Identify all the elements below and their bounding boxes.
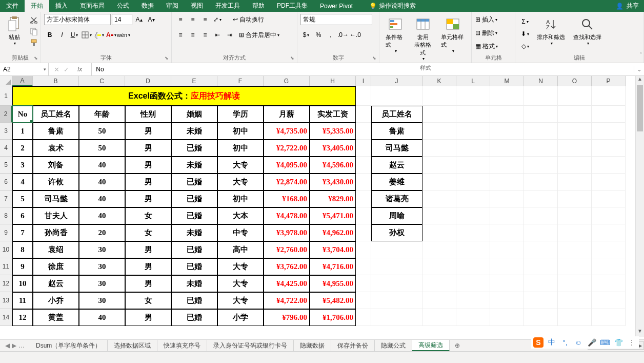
cell[interactable] bbox=[490, 174, 524, 190]
data-cell[interactable]: 女 bbox=[125, 224, 171, 241]
cell[interactable] bbox=[356, 207, 371, 224]
data-cell[interactable]: ¥4,955.00 bbox=[310, 275, 356, 292]
ime-mode-button[interactable]: 中 bbox=[547, 337, 557, 348]
cell[interactable] bbox=[456, 292, 490, 309]
align-bottom-button[interactable]: ≡ bbox=[199, 14, 211, 25]
cell[interactable] bbox=[592, 258, 626, 275]
data-cell[interactable]: 12 bbox=[12, 309, 33, 326]
header-cell[interactable]: 员工姓名 bbox=[33, 106, 79, 123]
cell[interactable] bbox=[558, 174, 592, 190]
header-cell[interactable]: 性别 bbox=[125, 106, 171, 123]
data-cell[interactable]: 女 bbox=[125, 292, 171, 309]
clear-button[interactable]: ◇▾ bbox=[519, 41, 531, 52]
row-header-12[interactable]: 12 bbox=[0, 275, 12, 292]
data-cell[interactable]: ¥3,405.00 bbox=[310, 140, 356, 157]
fill-color-button[interactable]: ▾ bbox=[93, 29, 105, 41]
data-cell-j[interactable]: 司马懿 bbox=[371, 140, 422, 157]
cell[interactable] bbox=[524, 123, 558, 140]
cell[interactable] bbox=[356, 241, 371, 258]
cell[interactable] bbox=[524, 174, 558, 190]
sheet-tab-6[interactable]: 隐藏公式 bbox=[375, 340, 412, 351]
cell[interactable] bbox=[524, 309, 558, 326]
sheet-tab-1[interactable]: 选择数据区域 bbox=[108, 340, 157, 351]
cell[interactable] bbox=[422, 241, 456, 258]
select-all-button[interactable] bbox=[0, 76, 12, 86]
format-as-table-button[interactable]: 套用 表格格式▾ bbox=[410, 14, 436, 63]
data-cell-j[interactable]: 鲁肃 bbox=[371, 123, 422, 140]
cell[interactable] bbox=[490, 275, 524, 292]
col-header-E[interactable]: E bbox=[171, 76, 217, 86]
sheet-tab-4[interactable]: 隐藏数据 bbox=[294, 340, 331, 351]
row-header-6[interactable]: 6 bbox=[0, 174, 12, 190]
format-painter-button[interactable] bbox=[29, 37, 39, 48]
sheet-tab-3[interactable]: 录入身份证号码或银行卡号 bbox=[207, 340, 294, 351]
cell[interactable] bbox=[490, 241, 524, 258]
cell[interactable] bbox=[422, 207, 456, 224]
cell[interactable] bbox=[558, 207, 592, 224]
data-cell[interactable]: ¥4,716.00 bbox=[310, 258, 356, 275]
header-cell[interactable]: 婚姻 bbox=[171, 106, 217, 123]
data-cell[interactable]: ¥4,478.00 bbox=[264, 207, 310, 224]
cell[interactable] bbox=[456, 106, 490, 123]
comma-button[interactable]: , bbox=[325, 29, 336, 41]
data-cell[interactable]: 赵云 bbox=[33, 275, 79, 292]
font-launcher[interactable]: ⬊ bbox=[163, 54, 170, 62]
header-cell[interactable]: 月薪 bbox=[264, 106, 310, 123]
cell[interactable] bbox=[422, 224, 456, 241]
sheet-tab-0[interactable]: Dsum（单字段单条件） bbox=[30, 340, 108, 351]
ribbon-tab-3[interactable]: 页面布局 bbox=[74, 0, 111, 12]
cell[interactable] bbox=[422, 275, 456, 292]
scroll-up-icon[interactable]: ▲ bbox=[636, 76, 644, 85]
row-header-9[interactable]: 9 bbox=[0, 224, 12, 241]
data-cell[interactable]: 男 bbox=[125, 190, 171, 207]
scroll-down-icon[interactable]: ▼ bbox=[636, 328, 644, 337]
cell[interactable] bbox=[490, 224, 524, 241]
cell[interactable] bbox=[524, 258, 558, 275]
data-cell[interactable]: 已婚 bbox=[171, 190, 217, 207]
col-header-H[interactable]: H bbox=[310, 76, 356, 86]
cell[interactable] bbox=[592, 86, 626, 106]
cell[interactable] bbox=[558, 86, 592, 106]
cell[interactable] bbox=[558, 275, 592, 292]
cell[interactable] bbox=[592, 292, 626, 309]
cell[interactable] bbox=[422, 86, 456, 106]
ribbon-tab-7[interactable]: 视图 bbox=[185, 0, 209, 12]
ime-voice-icon[interactable]: 🎤 bbox=[587, 337, 597, 348]
border-button[interactable]: ▾ bbox=[81, 29, 92, 41]
cell[interactable] bbox=[356, 258, 371, 275]
data-cell[interactable]: 已婚 bbox=[171, 258, 217, 275]
sheet-nav[interactable]: ◀ ▶ … bbox=[0, 342, 30, 349]
cell[interactable] bbox=[371, 275, 422, 292]
data-cell[interactable]: ¥168.00 bbox=[264, 190, 310, 207]
increase-decimal-button[interactable]: .0→ bbox=[337, 29, 349, 41]
data-cell[interactable]: ¥2,722.00 bbox=[264, 140, 310, 157]
data-cell-j[interactable]: 诸葛亮 bbox=[371, 190, 422, 207]
row-header-14[interactable]: 14 bbox=[0, 309, 12, 326]
col-header-M[interactable]: M bbox=[490, 76, 524, 86]
sheet-tab-5[interactable]: 保存并备份 bbox=[331, 340, 375, 351]
ribbon-tab-11[interactable]: Power Pivot bbox=[314, 0, 359, 12]
cut-button[interactable] bbox=[29, 15, 39, 25]
col-header-I[interactable]: I bbox=[356, 76, 371, 86]
data-cell[interactable]: ¥5,335.00 bbox=[310, 123, 356, 140]
data-cell[interactable]: 初中 bbox=[217, 190, 264, 207]
data-cell[interactable]: 大专 bbox=[217, 275, 264, 292]
align-top-button[interactable]: ≡ bbox=[175, 14, 186, 25]
cell[interactable] bbox=[356, 86, 371, 106]
cell[interactable] bbox=[558, 140, 592, 157]
data-cell[interactable]: 未婚 bbox=[171, 224, 217, 241]
name-box-dropdown-icon[interactable]: ▾ bbox=[44, 67, 46, 72]
data-cell[interactable]: 鲁肃 bbox=[33, 123, 79, 140]
data-cell-j[interactable]: 孙权 bbox=[371, 224, 422, 241]
data-cell[interactable]: 2 bbox=[12, 140, 33, 157]
new-sheet-button[interactable]: ⊕ bbox=[450, 342, 465, 349]
sheet-nav-more-icon[interactable]: … bbox=[18, 342, 25, 349]
cell[interactable] bbox=[456, 258, 490, 275]
ribbon-tab-5[interactable]: 数据 bbox=[135, 0, 160, 12]
data-cell[interactable]: ¥4,735.00 bbox=[264, 123, 310, 140]
wrap-text-button[interactable]: ↩ 自动换行 bbox=[230, 14, 267, 25]
row-header-13[interactable]: 13 bbox=[0, 292, 12, 309]
cell[interactable] bbox=[524, 106, 558, 123]
row-header-1[interactable]: 1 bbox=[0, 86, 12, 106]
cell[interactable] bbox=[592, 174, 626, 190]
